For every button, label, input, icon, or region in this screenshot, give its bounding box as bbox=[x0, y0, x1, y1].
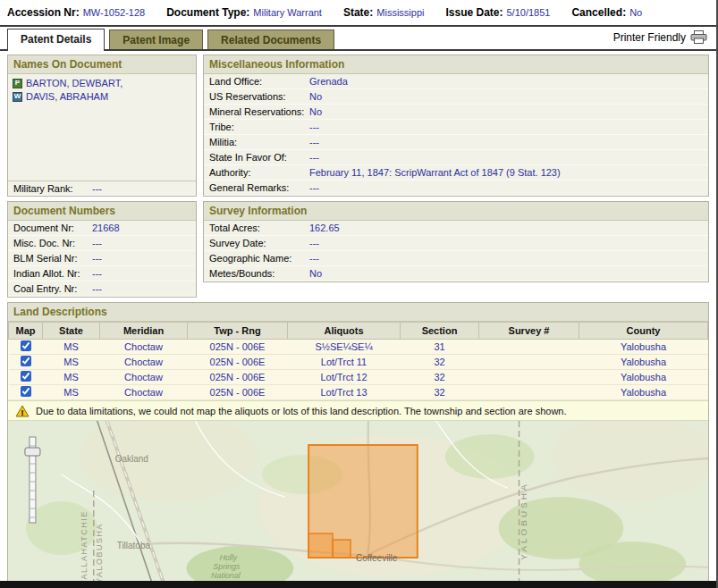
printer-friendly-link[interactable]: Printer Friendly bbox=[613, 30, 716, 49]
state-label: State: bbox=[343, 6, 373, 19]
col-aliquots: Aliquots bbox=[288, 323, 401, 340]
row-value: 21668 bbox=[92, 223, 120, 233]
land-panel-title: Land Descriptions bbox=[8, 303, 708, 322]
map-label-county-yalobusha-right: YALOBUSHA bbox=[519, 482, 528, 559]
printer-friendly-label: Printer Friendly bbox=[613, 31, 686, 44]
cell-aliquots: S½SE¼SE¼ bbox=[288, 340, 401, 355]
col-map: Map bbox=[9, 323, 43, 340]
row-value: --- bbox=[92, 238, 102, 248]
warning-text: Due to data limitations, we could not ma… bbox=[36, 406, 567, 416]
cancelled-field: Cancelled: No bbox=[571, 6, 642, 19]
map-checkbox[interactable] bbox=[21, 386, 31, 397]
cell-survey bbox=[479, 340, 579, 355]
cell-twp-rng: 025N - 006E bbox=[188, 340, 288, 355]
col-meridian: Meridian bbox=[100, 323, 188, 340]
military-rank-row: Military Rank: --- bbox=[8, 181, 196, 196]
row-label: US Reservations: bbox=[209, 91, 309, 102]
row-value: --- bbox=[309, 238, 319, 248]
map-label-coffeeville: Coffeeville bbox=[356, 553, 398, 563]
row-value: --- bbox=[309, 152, 319, 163]
us-reservations-row: US Reservations: No bbox=[204, 89, 708, 105]
total-acres-row: Total Acres: 162.65 bbox=[204, 221, 708, 236]
section-32-highlight-rect bbox=[333, 540, 351, 558]
authority-row: Authority: February 11, 1847: ScripWarra… bbox=[204, 165, 708, 181]
row-value: --- bbox=[92, 283, 102, 294]
row-label: Metes/Bounds: bbox=[209, 268, 309, 279]
row-label: Authority: bbox=[209, 167, 309, 178]
doctype-value: Military Warrant bbox=[253, 7, 322, 18]
row-value: 162.65 bbox=[309, 223, 340, 233]
row-label: Total Acres: bbox=[209, 223, 309, 233]
row-label: Land Office: bbox=[209, 76, 309, 87]
tab-strip: Patent Details Patent Image Related Docu… bbox=[0, 27, 716, 51]
svg-text:Holly: Holly bbox=[219, 553, 237, 562]
issue-date-field: Issue Date: 5/10/1851 bbox=[445, 6, 550, 19]
issue-date-value: 5/10/1851 bbox=[507, 7, 551, 18]
name-link-barton[interactable]: P BARTON, DEWBART, bbox=[13, 78, 191, 88]
cell-county: Yalobusha bbox=[579, 340, 708, 355]
row-label: Survey Date: bbox=[209, 238, 309, 248]
warning-icon: ! bbox=[15, 405, 30, 417]
name-text: BARTON, DEWBART, bbox=[26, 78, 122, 88]
map-label-tillatoba: Tillatoba bbox=[117, 541, 151, 550]
state-in-favor-row: State In Favor Of: --- bbox=[204, 150, 708, 165]
miscellaneous-information-panel: Miscellaneous Information Land Office: G… bbox=[203, 55, 709, 197]
state-field: State: Mississippi bbox=[343, 6, 425, 19]
row-value: --- bbox=[92, 253, 102, 264]
row-value: --- bbox=[92, 268, 102, 279]
cell-twp-rng: 025N - 006E bbox=[188, 385, 288, 400]
doctype-field: Document Type: Military Warrant bbox=[166, 6, 322, 19]
cell-county: Yalobusha bbox=[579, 355, 708, 370]
docnums-panel-title: Document Numbers bbox=[8, 202, 196, 221]
section-31-highlight-rect bbox=[308, 533, 333, 558]
accession-label: Accession Nr: bbox=[7, 6, 80, 19]
names-list: P BARTON, DEWBART, W DAVIS, ABRAHAM bbox=[8, 74, 196, 181]
cell-survey bbox=[479, 370, 579, 385]
map-label-county-yalobusha-left: YALOBUSHA bbox=[95, 523, 104, 584]
cell-state: MS bbox=[43, 355, 100, 370]
row-label: General Remarks: bbox=[209, 182, 309, 193]
cell-county: Yalobusha bbox=[579, 385, 708, 400]
row-value: --- bbox=[309, 137, 319, 147]
geographic-name-row: Geographic Name: --- bbox=[204, 251, 708, 266]
cell-aliquots: Lot/Trct 13 bbox=[288, 385, 401, 400]
row-label: Militia: bbox=[209, 137, 309, 147]
row-label: Misc. Doc. Nr: bbox=[13, 238, 92, 248]
cell-aliquots: Lot/Trct 12 bbox=[288, 370, 401, 385]
row-value: --- bbox=[309, 253, 319, 264]
zoom-slider-handle[interactable] bbox=[25, 448, 40, 456]
row-label: Indian Allot. Nr: bbox=[13, 268, 92, 279]
table-row: MS Choctaw 025N - 006E Lot/Trct 12 32 Ya… bbox=[9, 370, 708, 385]
cell-aliquots: Lot/Trct 11 bbox=[288, 355, 401, 370]
map-checkbox[interactable] bbox=[21, 340, 31, 351]
col-state: State bbox=[43, 323, 100, 340]
survey-information-panel: Survey Information Total Acres: 162.65 S… bbox=[203, 201, 709, 282]
row-label: State In Favor Of: bbox=[209, 152, 309, 163]
warrantee-icon: W bbox=[13, 92, 22, 102]
name-link-davis[interactable]: W DAVIS, ABRAHAM bbox=[13, 91, 191, 102]
land-office-row: Land Office: Grenada bbox=[204, 74, 708, 89]
tab-patent-details[interactable]: Patent Details bbox=[7, 29, 105, 51]
cancelled-value: No bbox=[629, 7, 642, 18]
map-checkbox[interactable] bbox=[21, 371, 31, 382]
cell-meridian: Choctaw bbox=[100, 385, 188, 400]
tab-patent-image[interactable]: Patent Image bbox=[109, 29, 203, 49]
township-map[interactable]: Oakland Tillatoba Coffeeville Holly Spri… bbox=[8, 421, 708, 587]
indian-allot-nr-row: Indian Allot. Nr: --- bbox=[8, 266, 196, 281]
authority-link[interactable]: February 11, 1847: ScripWarrant Act of 1… bbox=[309, 167, 561, 178]
map-checkbox[interactable] bbox=[21, 356, 31, 366]
cell-state: MS bbox=[43, 340, 100, 355]
row-names-misc: Names On Document P BARTON, DEWBART, W D… bbox=[7, 55, 709, 197]
row-label: BLM Serial Nr: bbox=[13, 253, 92, 264]
misc-doc-nr-row: Misc. Doc. Nr: --- bbox=[8, 236, 196, 251]
issue-date-label: Issue Date: bbox=[445, 6, 503, 19]
cell-section: 31 bbox=[401, 340, 479, 355]
blm-serial-nr-row: BLM Serial Nr: --- bbox=[8, 251, 196, 266]
row-value: No bbox=[309, 91, 322, 102]
row-value: Grenada bbox=[309, 76, 348, 87]
tab-related-documents[interactable]: Related Documents bbox=[207, 29, 334, 49]
metes-bounds-row: Metes/Bounds: No bbox=[204, 266, 708, 281]
map-limitation-warning: ! Due to data limitations, we could not … bbox=[8, 400, 708, 421]
patent-details-content: Names On Document P BARTON, DEWBART, W D… bbox=[0, 51, 716, 588]
military-rank-value: --- bbox=[92, 183, 102, 194]
